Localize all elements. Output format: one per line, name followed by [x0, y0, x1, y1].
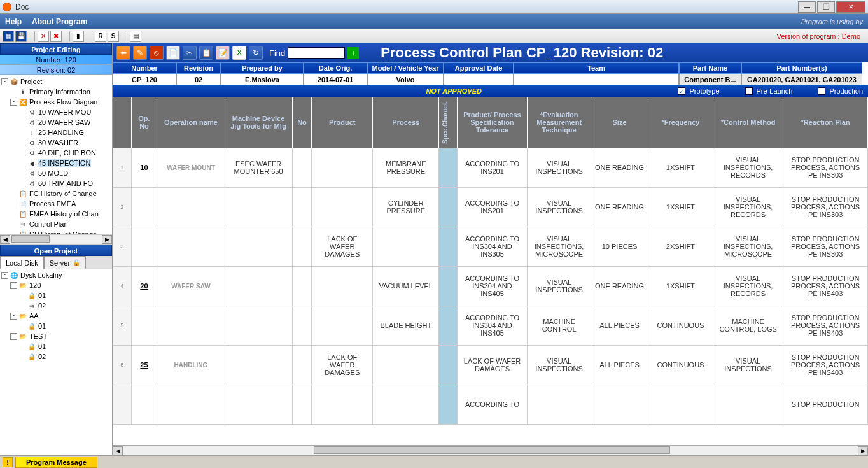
- ct-paste-icon[interactable]: 📋: [199, 46, 213, 60]
- tree-item[interactable]: ◀45 INSPECTION: [1, 158, 111, 168]
- menu-about[interactable]: About Program: [32, 17, 87, 26]
- table-cell[interactable]: 25: [131, 345, 157, 385]
- toolbar-r-icon[interactable]: R: [95, 31, 106, 42]
- table-cell[interactable]: ONE READING: [591, 187, 648, 227]
- table-cell[interactable]: [373, 345, 439, 385]
- menu-help[interactable]: Help: [5, 17, 22, 26]
- find-input[interactable]: [288, 47, 345, 59]
- table-cell[interactable]: [312, 187, 373, 227]
- table-cell[interactable]: [292, 266, 312, 306]
- meta-value-cell[interactable]: 02: [176, 74, 221, 85]
- ct-refresh-icon[interactable]: ↻: [249, 46, 263, 60]
- meta-value-cell[interactable]: CP_120: [113, 74, 176, 85]
- tree-toggle-icon[interactable]: -: [10, 333, 17, 340]
- toolbar-grid-icon[interactable]: ▤: [130, 31, 141, 42]
- column-header[interactable]: No: [292, 97, 312, 148]
- toolbar-close-icon[interactable]: ✕: [38, 31, 49, 42]
- tree-item[interactable]: ℹPrimary Information: [1, 87, 111, 97]
- disk-tree[interactable]: -🌐Dysk Lokalny-📂120🔒01⇒02-📂AA🔒01-📂TEST🔒0…: [0, 269, 112, 455]
- minimize-button[interactable]: —: [798, 1, 816, 13]
- table-cell[interactable]: [292, 385, 312, 424]
- meta-value-cell[interactable]: Component B...: [679, 74, 741, 85]
- table-cell[interactable]: 1XSHIFT: [648, 148, 713, 187]
- table-cell[interactable]: [292, 345, 312, 385]
- column-header[interactable]: Size: [591, 97, 648, 148]
- table-cell[interactable]: 10: [131, 148, 157, 187]
- table-cell[interactable]: LACK OF WAFER DAMAGES: [312, 227, 373, 266]
- toolbar-bar-icon[interactable]: ▮: [73, 31, 84, 42]
- table-cell[interactable]: VISUAL INSPECTIONS, RECORDS: [713, 266, 783, 306]
- table-cell[interactable]: HANDLING: [157, 345, 225, 385]
- table-cell[interactable]: ACCORDING TO INS201: [457, 148, 527, 187]
- table-cell[interactable]: [131, 385, 157, 424]
- ct-note-icon[interactable]: 📝: [216, 46, 230, 60]
- table-cell[interactable]: VISUAL INSPECTIONS: [713, 345, 783, 385]
- table-cell[interactable]: 1: [113, 148, 132, 187]
- table-cell[interactable]: [312, 306, 373, 345]
- column-header[interactable]: Op. No: [131, 97, 157, 148]
- ct-doc-icon[interactable]: 📄: [166, 46, 180, 60]
- table-cell[interactable]: [439, 148, 458, 187]
- table-cell[interactable]: [225, 345, 292, 385]
- table-cell[interactable]: 5: [113, 306, 132, 345]
- scroll-right-icon[interactable]: ▶: [102, 235, 112, 244]
- table-cell[interactable]: VISUAL INSPECTIONS: [528, 266, 591, 306]
- table-cell[interactable]: VACUUM LEVEL: [373, 266, 439, 306]
- table-cell[interactable]: CONTINUOUS: [648, 345, 713, 385]
- table-cell[interactable]: STOP PRODUCTION PROCESS, ACTIONS PE INS4…: [783, 345, 868, 385]
- ct-back-icon[interactable]: ⬅: [116, 46, 130, 60]
- table-cell[interactable]: STOP PRODUCTION: [783, 385, 868, 424]
- table-cell[interactable]: [292, 187, 312, 227]
- meta-value-cell[interactable]: 2014-07-01: [304, 74, 367, 85]
- tree-item[interactable]: -📂AA: [1, 311, 111, 321]
- table-cell[interactable]: STOP PRODUCTION PROCESS, ACTIONS PE INS3…: [783, 227, 868, 266]
- tree-item[interactable]: 🔒01: [1, 290, 111, 301]
- table-cell[interactable]: [292, 306, 312, 345]
- tree-item[interactable]: 🔒01: [1, 341, 111, 351]
- table-cell[interactable]: ACCORDING TO INS201: [457, 187, 527, 227]
- table-cell[interactable]: [225, 306, 292, 345]
- table-cell[interactable]: [373, 227, 439, 266]
- table-cell[interactable]: [157, 227, 225, 266]
- table-cell[interactable]: [312, 266, 373, 306]
- close-button[interactable]: ✕: [836, 1, 865, 13]
- column-header[interactable]: Product: [312, 97, 373, 148]
- toolbar-close2-icon[interactable]: ✖: [50, 31, 62, 42]
- table-cell[interactable]: ONE READING: [591, 148, 648, 187]
- meta-value-cell[interactable]: [444, 74, 514, 85]
- toolbar-new-icon[interactable]: ▦: [3, 31, 14, 42]
- column-header[interactable]: Product/ Process Specification Tolerance: [457, 97, 527, 148]
- table-cell[interactable]: 10 PIECES: [591, 227, 648, 266]
- table-cell[interactable]: VISUAL INSPECTIONS, MICROSCOPE: [528, 227, 591, 266]
- tree-item[interactable]: ⚙60 TRIM AND FO: [1, 178, 111, 188]
- table-cell[interactable]: LACK OF WAFER DAMAGES: [312, 345, 373, 385]
- tree-toggle-icon[interactable]: -: [10, 282, 17, 289]
- table-cell[interactable]: WAFER MOUNT: [157, 148, 225, 187]
- table-cell[interactable]: MACHINE CONTROL, LOGS: [713, 306, 783, 345]
- tree-item[interactable]: ↕25 HANDLING: [1, 127, 111, 138]
- tree-item[interactable]: -🌐Dysk Lokalny: [1, 270, 111, 280]
- hscroll-left-icon[interactable]: ◀: [113, 446, 123, 455]
- project-number[interactable]: Number: 120: [0, 55, 112, 65]
- table-cell[interactable]: VISUAL INSPECTIONS, RECORDS: [713, 148, 783, 187]
- tree-item[interactable]: ⚙10 WAFER MOU: [1, 107, 111, 117]
- table-cell[interactable]: STOP PRODUCTION PROCESS, ACTIONS PE INS4…: [783, 266, 868, 306]
- column-header[interactable]: *Frequency: [648, 97, 713, 148]
- table-cell[interactable]: WAFER SAW: [157, 266, 225, 306]
- table-cell[interactable]: [439, 266, 458, 306]
- table-cell[interactable]: 2XSHIFT: [648, 227, 713, 266]
- table-cell[interactable]: [312, 385, 373, 424]
- table-cell[interactable]: ACCORDING TO INS304 AND INS305: [457, 227, 527, 266]
- table-cell[interactable]: 2: [113, 187, 132, 227]
- project-tree[interactable]: -📦ProjectℹPrimary Information-🔀Process F…: [0, 75, 112, 234]
- table-cell[interactable]: [439, 227, 458, 266]
- table-cell[interactable]: [157, 306, 225, 345]
- column-header[interactable]: *Control Method: [713, 97, 783, 148]
- scroll-left-icon[interactable]: ◀: [0, 235, 10, 244]
- tree-item[interactable]: ⇒02: [1, 301, 111, 311]
- tree-toggle-icon[interactable]: -: [1, 272, 8, 279]
- table-cell[interactable]: ACCORDING TO: [457, 385, 527, 424]
- tree-item[interactable]: 📄Process FMEA: [1, 199, 111, 209]
- hscroll-thumb[interactable]: [314, 446, 670, 454]
- table-cell[interactable]: STOP PRODUCTION PROCESS, ACTIONS PE INS3…: [783, 148, 868, 187]
